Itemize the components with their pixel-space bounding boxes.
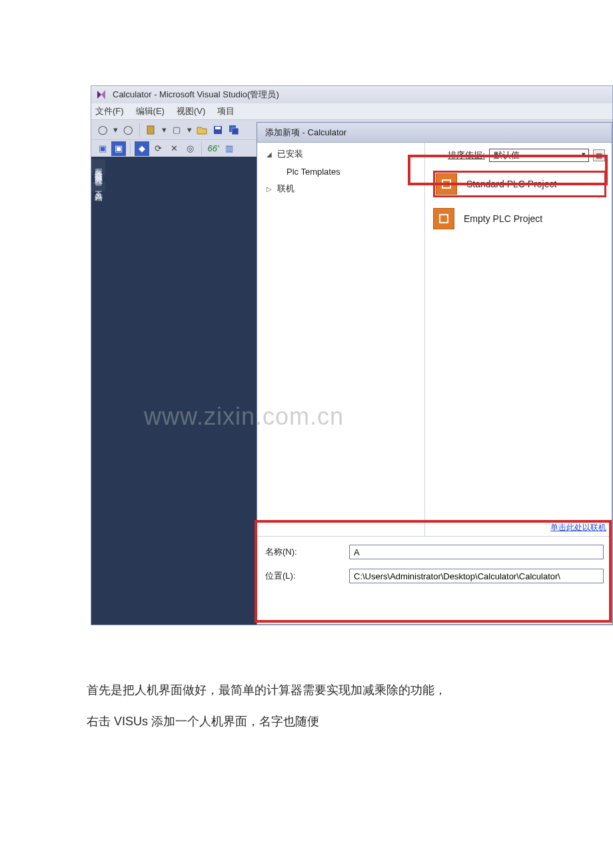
save-icon[interactable] <box>211 123 225 137</box>
location-input[interactable] <box>349 569 604 583</box>
project-template-icon <box>433 208 454 229</box>
open-icon[interactable] <box>195 123 209 137</box>
dropdown-caret-icon[interactable]: ▾ <box>160 123 168 137</box>
template-empty-plc-project[interactable]: Empty PLC Project <box>433 205 606 232</box>
tree-node-online[interactable]: ▷ 联机 <box>257 180 424 197</box>
save-all-icon[interactable] <box>227 123 241 137</box>
vs-window: Calculator - Microsoft Visual Studio(管理员… <box>91 85 613 625</box>
menu-project[interactable]: 项目 <box>217 105 235 117</box>
vs-titlebar: Calculator - Microsoft Visual Studio(管理员… <box>91 86 612 103</box>
vs-menubar: 文件(F) 编辑(E) 视图(V) 项目 <box>91 103 612 119</box>
refresh-icon[interactable]: ⟳ <box>151 141 165 156</box>
tree-node-plc-templates[interactable]: Plc Templates <box>257 163 424 180</box>
svg-rect-0 <box>147 126 154 134</box>
tree-label: 已安装 <box>277 148 303 160</box>
side-tab-toolbox[interactable]: 工具箱 <box>91 182 105 191</box>
dialog-form: 名称(N): 位置(L): <box>257 536 612 595</box>
template-list-panel: 排序依据: 默认值 ▦ Standard PLC Project <box>425 143 612 536</box>
side-tab-server-explorer[interactable]: 服务器资源管理器 <box>91 159 105 175</box>
dropdown-caret-icon[interactable]: ▾ <box>185 123 193 137</box>
dialog-title: 添加新项 - Calculator <box>257 123 612 143</box>
side-tab-group: 服务器资源管理器 工具箱 <box>91 159 105 198</box>
tree-label: 联机 <box>277 183 295 195</box>
sort-by-label: 排序依据: <box>448 149 485 161</box>
toolbar-icon[interactable]: ◆ <box>135 141 149 156</box>
menu-file[interactable]: 文件(F) <box>95 105 124 117</box>
name-input[interactable] <box>349 545 604 559</box>
new-file-icon[interactable]: ▢ <box>169 123 184 137</box>
view-mode-icon[interactable]: ▦ <box>593 149 605 161</box>
expander-closed-icon: ▷ <box>267 185 273 193</box>
nav-fwd-icon[interactable]: ◯ <box>121 123 135 137</box>
nav-back-icon[interactable]: ◯ <box>95 123 110 137</box>
new-project-icon[interactable] <box>144 123 159 137</box>
expander-open-icon: ◢ <box>267 151 273 158</box>
tree-label: Plc Templates <box>287 167 340 177</box>
svg-rect-4 <box>232 128 239 135</box>
menu-edit[interactable]: 编辑(E) <box>136 105 165 117</box>
template-label: Empty PLC Project <box>464 213 542 224</box>
toolbar-icon[interactable]: ▣ <box>95 141 110 156</box>
search-online-link[interactable]: 单击此处以联机 <box>550 522 606 533</box>
template-category-tree: ◢ 已安装 Plc Templates ▷ 联机 <box>257 143 425 536</box>
document-body-text: 首先是把人机界面做好，最简单的计算器需要实现加减乘除的功能， 右击 VISUs … <box>87 675 526 737</box>
add-new-item-dialog: 添加新项 - Calculator ◢ 已安装 Plc Templates ▷ … <box>257 122 612 625</box>
sort-by-value: 默认值 <box>494 149 520 161</box>
name-label: 名称(N): <box>265 546 338 558</box>
toolbar-icon[interactable]: ▥ <box>222 141 237 156</box>
location-label: 位置(L): <box>265 570 338 582</box>
template-standard-plc-project[interactable]: Standard PLC Project <box>433 171 606 197</box>
toolbar-icon[interactable]: ✕ <box>167 141 181 156</box>
paragraph: 右击 VISUs 添加一个人机界面，名字也随便 <box>87 706 526 737</box>
glasses-icon[interactable]: 66' <box>206 141 221 156</box>
toolbar-icon[interactable]: ◎ <box>183 141 197 156</box>
sort-by-dropdown[interactable]: 默认值 <box>489 149 589 162</box>
tree-node-installed[interactable]: ◢ 已安装 <box>257 145 424 163</box>
window-title: Calculator - Microsoft Visual Studio(管理员… <box>113 89 279 101</box>
vs-logo-icon <box>95 89 107 101</box>
template-label: Standard PLC Project <box>466 179 556 189</box>
paragraph: 首先是把人机界面做好，最简单的计算器需要实现加减乘除的功能， <box>87 675 526 706</box>
project-template-icon <box>436 173 457 195</box>
svg-rect-2 <box>215 127 221 129</box>
toolbar-icon[interactable]: ▣ <box>111 141 126 156</box>
dropdown-caret-icon[interactable]: ▾ <box>111 123 119 137</box>
menu-view[interactable]: 视图(V) <box>177 105 205 117</box>
